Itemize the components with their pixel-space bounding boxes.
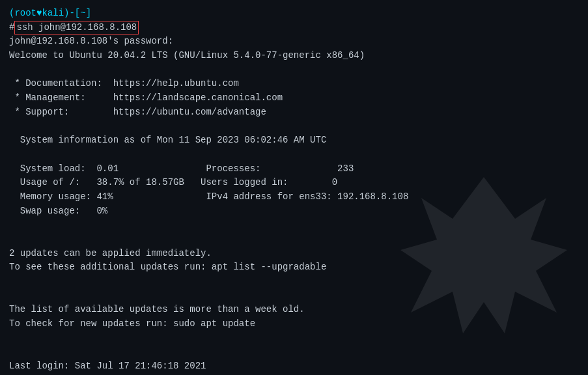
output-line-8: System information as of Mon 11 Sep 2023… xyxy=(9,133,579,148)
prompt-line: (root♥kali)-[~] xyxy=(9,7,579,21)
output-line-13: Swap usage: 0% xyxy=(9,204,579,219)
blank-1 xyxy=(9,63,579,77)
prompt-dir: ~ xyxy=(80,7,85,21)
ssh-command: ssh john@192.168.8.108 xyxy=(14,21,139,35)
prompt-bracket-close: )-[ xyxy=(64,7,80,21)
output-line-12: Memory usage: 41% IPv4 address for ens33… xyxy=(9,190,579,204)
output-line-5: * Management: https://landscape.canonica… xyxy=(9,91,579,105)
blank-2 xyxy=(9,120,579,134)
output-line-6: * Support: https://ubuntu.com/advantage xyxy=(9,105,579,120)
output-line-21: To check for new updates run: sudo apt u… xyxy=(9,317,579,331)
prompt-host: kali xyxy=(42,7,64,21)
command-line: # ssh john@192.168.8.108 xyxy=(9,21,579,35)
blank-3 xyxy=(9,148,579,162)
blank-4 xyxy=(9,218,579,232)
prompt-dir-close: ] xyxy=(86,7,91,21)
prompt-bracket-open: ( xyxy=(9,7,14,21)
output-line-20: The list of available updates is more th… xyxy=(9,303,579,317)
blank-9 xyxy=(9,346,579,360)
prompt-at: ♥ xyxy=(36,7,42,21)
blank-6 xyxy=(9,275,579,289)
blank-5 xyxy=(9,232,579,247)
output-line-4: * Documentation: https://help.ubuntu.com xyxy=(9,77,579,91)
output-line-10: System load: 0.01 Processes: 233 xyxy=(9,162,579,176)
output-line-2: Welcome to Ubuntu 20.04.2 LTS (GNU/Linux… xyxy=(9,49,579,63)
hash-symbol: # xyxy=(9,21,14,35)
output-line-11: Usage of /: 38.7% of 18.57GB Users logge… xyxy=(9,176,579,190)
output-line-16: 2 updates can be applied immediately. xyxy=(9,247,579,261)
blank-8 xyxy=(9,331,579,346)
output-line-1: john@192.168.8.108's password: xyxy=(9,35,579,49)
output-line-24: Last login: Sat Jul 17 21:46:18 2021 xyxy=(9,359,579,374)
output-line-17: To see these additional updates run: apt… xyxy=(9,260,579,275)
blank-7 xyxy=(9,289,579,303)
terminal-window: (root♥kali)-[~] # ssh john@192.168.8.108… xyxy=(0,0,588,375)
prompt-user: root xyxy=(14,7,36,21)
